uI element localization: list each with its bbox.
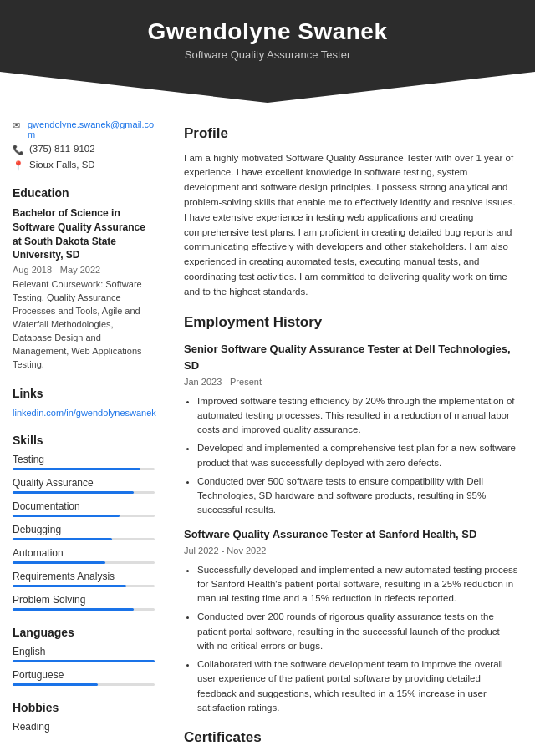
languages-list: English Portuguese	[13, 646, 155, 686]
skill-bar-bg	[13, 585, 155, 587]
job-entry: Software Quality Assurance Tester at San…	[184, 526, 518, 716]
skill-bar-fill	[13, 515, 120, 517]
resume: Gwendolyne Swanek Software Quality Assur…	[0, 0, 535, 756]
location-icon: 📍	[13, 160, 24, 171]
job-bullet: Collaborated with the software developme…	[197, 657, 518, 715]
job-bullet: Conducted over 500 software tests to ens…	[197, 474, 518, 518]
education-date: Aug 2018 - May 2022	[13, 265, 155, 275]
education-coursework: Relevant Coursework: Software Testing, Q…	[13, 278, 155, 372]
profile-section-title: Profile	[184, 123, 518, 145]
sidebar: ✉ gwendolyne.swanek@gmail.com 📞 (375) 81…	[0, 111, 167, 756]
skill-item: Problem Solving	[13, 594, 155, 611]
education-degree: Bachelor of Science in Software Quality …	[13, 206, 155, 262]
skill-name: Requirements Analysis	[13, 571, 155, 582]
language-bar-fill	[13, 683, 98, 686]
hobbies-title: Hobbies	[13, 701, 155, 714]
hobbies-list: Reading	[13, 721, 155, 733]
skill-bar-fill	[13, 491, 134, 494]
job-date: Jan 2023 - Present	[184, 375, 518, 389]
skill-bar-bg	[13, 468, 155, 470]
job-bullet: Successfully developed and implemented a…	[197, 563, 518, 606]
skill-item: Requirements Analysis	[13, 571, 155, 587]
job-entry: Senior Software Quality Assurance Tester…	[184, 341, 518, 518]
education-section: Education Bachelor of Science in Softwar…	[13, 186, 155, 372]
job-title: Senior Software Quality Assurance Tester…	[184, 341, 518, 373]
linkedin-link[interactable]: linkedin.com/in/gwendolyneswanek	[13, 408, 156, 418]
skills-title: Skills	[13, 434, 155, 447]
hobbies-section: Hobbies Reading	[13, 701, 155, 733]
phone-text: (375) 811-9102	[29, 144, 95, 154]
skill-bar-bg	[13, 491, 155, 494]
linkedin-item: linkedin.com/in/gwendolyneswanek	[13, 407, 155, 419]
skills-section: Skills Testing Quality Assurance Documen…	[13, 434, 155, 611]
contact-section: ✉ gwendolyne.swanek@gmail.com 📞 (375) 81…	[13, 119, 155, 171]
skill-name: Quality Assurance	[13, 477, 155, 489]
skill-item: Testing	[13, 454, 155, 470]
hobby-item: Reading	[13, 721, 155, 733]
email-item: ✉ gwendolyne.swanek@gmail.com	[13, 119, 155, 140]
skill-item: Documentation	[13, 500, 155, 517]
job-bullet: Developed and implemented a comprehensiv…	[197, 441, 518, 470]
profile-text: I am a highly motivated Software Quality…	[184, 151, 518, 300]
job-bullet: Conducted over 200 rounds of rigorous qu…	[197, 610, 518, 653]
candidate-name: Gwendolyne Swanek	[17, 18, 518, 45]
skill-item: Quality Assurance	[13, 477, 155, 494]
email-icon: ✉	[13, 120, 23, 131]
education-title: Education	[13, 186, 155, 200]
skill-bar-fill	[13, 561, 105, 564]
job-bullets: Improved software testing efficiency by …	[184, 394, 518, 518]
skills-list: Testing Quality Assurance Documentation …	[13, 454, 155, 611]
coursework-text: Software Testing, Quality Assurance Proc…	[13, 279, 142, 369]
content: ✉ gwendolyne.swanek@gmail.com 📞 (375) 81…	[0, 103, 535, 756]
skill-bar-fill	[13, 468, 140, 470]
language-bar-bg	[13, 660, 155, 662]
header: Gwendolyne Swanek Software Quality Assur…	[0, 0, 535, 103]
language-bar-fill	[13, 660, 155, 662]
language-item: Portuguese	[13, 669, 155, 686]
language-name: English	[13, 646, 155, 657]
phone-icon: 📞	[13, 145, 24, 155]
location-text: Sioux Falls, SD	[29, 160, 95, 170]
skill-bar-fill	[13, 585, 126, 587]
skill-name: Testing	[13, 454, 155, 465]
languages-section: Languages English Portuguese	[13, 626, 155, 686]
job-date: Jul 2022 - Nov 2022	[184, 544, 518, 558]
location-item: 📍 Sioux Falls, SD	[13, 160, 155, 171]
skill-name: Problem Solving	[13, 594, 155, 606]
language-item: English	[13, 646, 155, 662]
skill-item: Automation	[13, 547, 155, 564]
job-bullet: Improved software testing efficiency by …	[197, 394, 518, 438]
links-section: Links linkedin.com/in/gwendolyneswanek	[13, 387, 155, 419]
skill-bar-fill	[13, 608, 134, 611]
languages-title: Languages	[13, 626, 155, 639]
certificates-section-title: Certificates	[184, 727, 518, 748]
skill-item: Debugging	[13, 524, 155, 540]
skill-name: Debugging	[13, 524, 155, 535]
language-bar-bg	[13, 683, 155, 686]
skill-bar-fill	[13, 538, 112, 540]
main-content: Profile I am a highly motivated Software…	[167, 111, 535, 756]
language-name: Portuguese	[13, 669, 155, 681]
candidate-title: Software Quality Assurance Tester	[17, 48, 518, 61]
skill-bar-bg	[13, 515, 155, 517]
skill-bar-bg	[13, 561, 155, 564]
job-title: Software Quality Assurance Tester at San…	[184, 526, 518, 543]
email-link[interactable]: gwendolyne.swanek@gmail.com	[28, 119, 155, 140]
links-title: Links	[13, 387, 155, 400]
coursework-label: Relevant Coursework:	[13, 279, 103, 289]
phone-item: 📞 (375) 811-9102	[13, 144, 155, 155]
skill-name: Automation	[13, 547, 155, 559]
job-bullets: Successfully developed and implemented a…	[184, 563, 518, 716]
employment-section-title: Employment History	[184, 312, 518, 333]
skill-bar-bg	[13, 608, 155, 611]
jobs-list: Senior Software Quality Assurance Tester…	[184, 341, 518, 715]
skill-name: Documentation	[13, 500, 155, 512]
skill-bar-bg	[13, 538, 155, 540]
